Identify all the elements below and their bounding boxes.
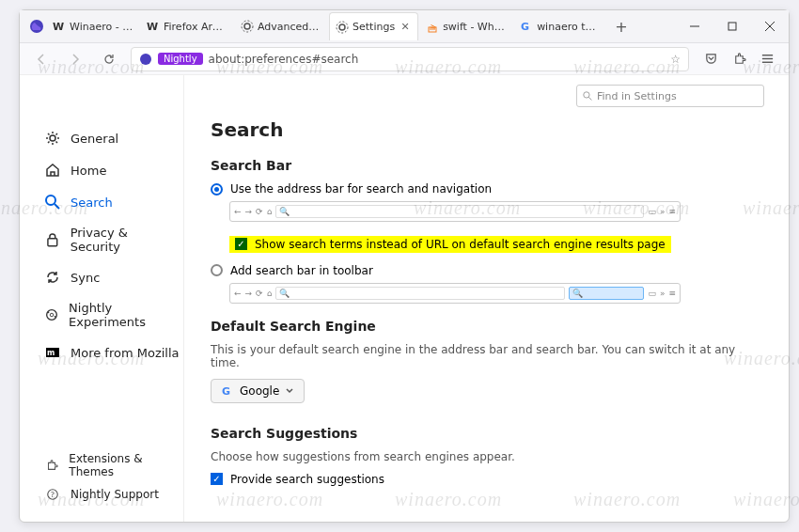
radio-use-addressbar[interactable]: Use the address bar for search and navig… (211, 182, 762, 196)
sidebar-item-general[interactable]: General (40, 122, 183, 154)
firefox-nightly-icon (20, 19, 46, 34)
minimize-button[interactable] (676, 12, 713, 40)
suggestions-heading: Search Suggestions (211, 426, 762, 441)
find-in-settings[interactable]: Find in Settings (576, 85, 764, 107)
tab-settings[interactable]: Settings✕ (329, 12, 418, 40)
radio-icon (211, 183, 223, 196)
tab-firefox-archive[interactable]: WFirefox Archive (141, 12, 233, 40)
reload-button[interactable] (97, 47, 121, 71)
toolbar-extensions (698, 51, 779, 68)
sidebar-item-mozilla[interactable]: mMore from Mozilla (40, 336, 183, 368)
settings-main: Find in Settings Search Search Bar Use t… (184, 75, 789, 522)
svg-point-24 (55, 316, 56, 318)
sidebar-item-experiments[interactable]: Nightly Experiments (40, 293, 183, 336)
searchbar-heading: Search Bar (211, 158, 762, 173)
svg-point-29 (584, 91, 589, 97)
chevron-down-icon (285, 386, 294, 396)
sidebar-item-home[interactable]: Home (40, 154, 183, 186)
radio-icon (211, 264, 223, 276)
mock-toolbar-separate: ←→⟳⌂ 🔍 🔍 ▭»≡ (229, 283, 681, 304)
browser-window: WWinaero - At th WFirefox Archive Advanc… (19, 9, 790, 523)
flask-icon (44, 306, 59, 323)
svg-point-23 (48, 311, 50, 313)
gear-icon (336, 21, 349, 34)
svg-rect-20 (48, 239, 57, 246)
nightly-badge: Nightly (158, 53, 203, 65)
svg-point-5 (339, 24, 345, 30)
checkbox-provide-suggestions[interactable]: ✓ Provide search suggestions (211, 473, 762, 486)
url-bar[interactable]: Nightly about:preferences#search ☆ (131, 47, 689, 71)
svg-point-22 (50, 313, 54, 317)
svg-line-19 (55, 204, 59, 209)
suggestions-desc: Choose how suggestions from search engin… (211, 450, 762, 463)
pocket-icon[interactable] (702, 51, 719, 68)
tab-swift[interactable]: swift - Why is a (420, 12, 512, 40)
svg-point-17 (50, 135, 55, 141)
close-icon[interactable]: ✕ (399, 21, 412, 33)
favicon-icon: W (147, 20, 160, 33)
title-bar: WWinaero - At th WFirefox Archive Advanc… (20, 10, 789, 43)
svg-text:G: G (222, 385, 230, 398)
window-controls (676, 12, 789, 40)
mock-toolbar-combined: ←→⟳⌂ 🔍 ▭»≡ (229, 201, 681, 222)
svg-text:W: W (147, 21, 158, 33)
lock-icon (44, 231, 61, 248)
search-icon: 🔍 (279, 289, 290, 298)
checkbox-icon: ✓ (235, 238, 247, 250)
radio-separate-searchbar[interactable]: Add search bar in toolbar (211, 264, 762, 277)
favicon-icon: W (53, 20, 66, 33)
help-icon: ? (44, 486, 61, 503)
svg-point-3 (244, 23, 250, 29)
checkbox-icon: ✓ (211, 473, 223, 485)
sidebar-support[interactable]: ?Nightly Support (40, 482, 183, 507)
google-icon: G (520, 20, 533, 33)
google-icon: G (221, 384, 234, 398)
search-icon (44, 194, 61, 211)
bookmark-star-icon[interactable]: ☆ (670, 53, 681, 66)
checkbox-show-search-terms[interactable]: ✓ Show search terms instead of URL on de… (229, 236, 671, 253)
sidebar-item-sync[interactable]: Sync (40, 261, 183, 293)
new-tab-button[interactable]: + (607, 18, 634, 36)
mock-searchbar: 🔍 (569, 287, 644, 300)
menu-icon[interactable] (759, 51, 776, 68)
svg-point-18 (46, 196, 55, 205)
default-engine-desc: This is your default search engine in th… (211, 343, 762, 369)
mozilla-icon: m (44, 344, 61, 361)
sidebar-item-search[interactable]: Search (40, 186, 183, 218)
sync-icon (44, 269, 61, 286)
forward-button[interactable] (63, 47, 87, 71)
svg-point-21 (47, 310, 57, 321)
tab-winaero[interactable]: WWinaero - At th (47, 12, 139, 40)
navigation-toolbar: Nightly about:preferences#search ☆ (20, 43, 789, 75)
mock-urlbar: 🔍 (275, 287, 565, 300)
tab-advanced-pref[interactable]: Advanced Pref (235, 12, 327, 40)
svg-line-30 (588, 97, 591, 100)
svg-point-6 (337, 22, 348, 33)
settings-sidebar: General Home Search Privacy & Security S… (20, 75, 184, 522)
default-engine-heading: Default Search Engine (211, 319, 762, 334)
back-button[interactable] (29, 47, 54, 71)
mock-urlbar: 🔍 (275, 205, 644, 218)
svg-point-13 (140, 54, 151, 65)
gear-icon (44, 130, 61, 147)
puzzle-icon (44, 457, 59, 474)
tab-strip: WWinaero - At th WFirefox Archive Advanc… (46, 10, 676, 42)
url-text: about:preferences#search (209, 53, 666, 66)
search-icon (583, 91, 593, 102)
gear-icon (241, 20, 254, 33)
svg-text:m: m (47, 349, 55, 357)
page-title: Search (211, 118, 762, 141)
sidebar-extensions[interactable]: Extensions & Themes (40, 448, 183, 482)
firefox-icon (139, 53, 152, 66)
sidebar-item-privacy[interactable]: Privacy & Security (40, 218, 183, 261)
svg-rect-10 (728, 23, 736, 30)
maximize-button[interactable] (713, 12, 751, 40)
svg-text:W: W (53, 21, 64, 33)
svg-text:G: G (521, 21, 529, 33)
default-engine-selector[interactable]: G Google (211, 379, 305, 403)
close-button[interactable] (751, 12, 789, 40)
search-icon: 🔍 (572, 289, 583, 298)
search-icon: 🔍 (279, 207, 290, 216)
extensions-icon[interactable] (730, 51, 747, 68)
tab-winaero-tweak[interactable]: Gwinaero tweak (514, 12, 606, 40)
